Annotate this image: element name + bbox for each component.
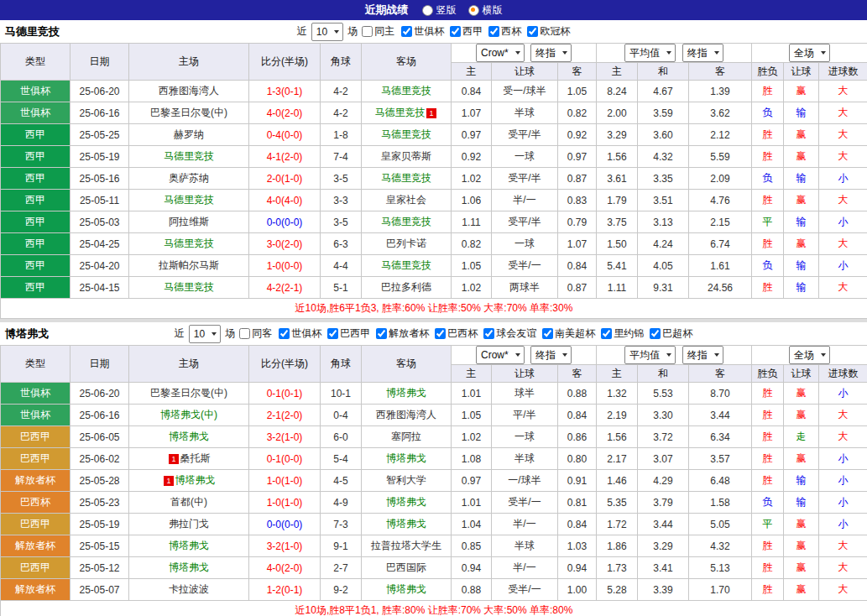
league-filter-checkbox[interactable] [450, 26, 461, 37]
summary-row: 近10场,胜8平1负1, 胜率:80% 让胜率:70% 大率:50% 单率:80… [1, 601, 867, 616]
team-link[interactable]: 博塔弗戈 [386, 518, 426, 530]
team-link[interactable]: 博塔弗戈 [386, 387, 426, 399]
team-link[interactable]: 马德里竞技 [381, 128, 431, 140]
league-filter-checkbox[interactable] [527, 26, 538, 37]
league-filter-checkbox[interactable] [279, 328, 290, 339]
team-link[interactable]: 智利大学 [386, 474, 426, 486]
radio-checked-icon[interactable] [468, 5, 479, 16]
league-filter-checkbox[interactable] [435, 328, 446, 339]
league-filter-checkbox[interactable] [376, 328, 387, 339]
team-link[interactable]: 皇家社会 [386, 194, 426, 206]
goals-result-cell: 小 [819, 211, 867, 233]
league-filter-option[interactable]: 南美超杯 [542, 326, 595, 341]
team-link[interactable]: 马德里竞技 [381, 172, 431, 184]
league-filter-checkbox[interactable] [327, 328, 338, 339]
match-count-select[interactable]: 10 [311, 23, 343, 41]
eu-company-select[interactable]: 平均值 [624, 346, 676, 364]
team-link[interactable]: 拉普拉塔大学生 [371, 540, 441, 551]
team-link[interactable]: 皇家贝蒂斯 [381, 150, 431, 162]
team-link[interactable]: 博塔弗戈 [169, 561, 209, 573]
goals-result-cell: 小 [819, 470, 867, 492]
layout-option[interactable]: 横版 [468, 3, 503, 18]
team-link[interactable]: 博塔弗戈 [175, 474, 216, 486]
handicap-result-cell: 赢 [784, 514, 819, 535]
league-filter-option[interactable]: 欧冠杯 [527, 24, 570, 39]
league-filter-option[interactable]: 里约锦 [601, 326, 644, 341]
league-type-cell: 西甲 [1, 190, 71, 211]
home-team-cell: 马德里竞技 [129, 146, 249, 168]
league-filter-checkbox[interactable] [542, 328, 553, 339]
same-venue-option[interactable]: 同客 [239, 326, 272, 341]
ah-stage-select[interactable]: 终指 [530, 44, 572, 62]
team-link[interactable]: 马德里竞技 [381, 85, 431, 97]
league-filter-checkbox[interactable] [401, 26, 412, 37]
chevron-down-icon [714, 51, 719, 55]
league-filter-option[interactable]: 西杯 [488, 24, 521, 39]
bookmaker-select[interactable]: Crow* [476, 44, 525, 62]
match-count-value: 10 [316, 27, 327, 37]
team-link[interactable]: 马德里竞技 [381, 216, 431, 227]
team-link[interactable]: 首都(中) [170, 496, 207, 508]
league-filter-option[interactable]: 世俱杯 [401, 24, 444, 39]
team-link[interactable]: 博塔弗戈(中) [160, 409, 217, 420]
league-filter-option[interactable]: 巴超杯 [650, 326, 692, 341]
league-filter-checkbox[interactable] [650, 328, 661, 339]
away-team-cell: 马德里竞技 [362, 255, 452, 277]
team-link[interactable]: 博塔弗戈 [386, 583, 426, 595]
layout-option[interactable]: 竖版 [422, 3, 457, 18]
score-text: 4-2(2-1) [267, 282, 303, 294]
team-link[interactable]: 博塔弗戈 [169, 540, 209, 551]
ah-stage-select[interactable]: 终指 [530, 346, 572, 364]
league-filter-option[interactable]: 球会友谊 [483, 326, 536, 341]
recent-results-page: 近期战绩 竖版横版 马德里竞技 近 10 场 同主 世俱杯西甲西杯欧冠杯 [0, 0, 867, 616]
away-team-cell: 马德里竞技1 [362, 102, 452, 124]
eu-company-select[interactable]: 平均值 [624, 44, 676, 62]
home-team-cell: 博塔弗戈 [129, 557, 249, 579]
team-link[interactable]: 塞阿拉 [391, 431, 421, 442]
league-filter-checkbox[interactable] [483, 328, 494, 339]
team-link[interactable]: 拉斯帕尔马斯 [159, 259, 219, 271]
team-link[interactable]: 马德里竞技 [374, 107, 425, 118]
scope-select[interactable]: 全场 [789, 44, 830, 62]
team-link[interactable]: 桑托斯 [180, 452, 211, 464]
team-link[interactable]: 马德里竞技 [164, 150, 214, 162]
team-link[interactable]: 西雅图海湾人 [376, 409, 436, 420]
league-filter-checkbox[interactable] [601, 328, 612, 339]
match-score: 1-2(0-1) [249, 579, 321, 601]
team-link[interactable]: 巴黎圣日尔曼(中) [150, 107, 227, 118]
league-filter-option[interactable]: 巴西杯 [435, 326, 478, 341]
scope-select[interactable]: 全场 [789, 346, 830, 364]
team-link[interactable]: 奥萨苏纳 [169, 172, 209, 184]
match-score: 1-0(0-0) [249, 255, 321, 277]
team-link[interactable]: 博塔弗戈 [386, 452, 426, 464]
team-link[interactable]: 巴列卡诺 [386, 238, 426, 249]
team-link[interactable]: 弗拉门戈 [169, 518, 209, 530]
eu-stage-select[interactable]: 终指 [682, 346, 723, 364]
eu-stage-select-value: 终指 [687, 350, 708, 360]
radio-unchecked-icon[interactable] [422, 5, 433, 16]
eu-stage-select[interactable]: 终指 [682, 44, 723, 62]
team-link[interactable]: 巴拉多利德 [381, 281, 431, 293]
team-link[interactable]: 巴西国际 [386, 561, 426, 573]
team-link[interactable]: 马德里竞技 [381, 259, 431, 271]
team-link[interactable]: 巴黎圣日尔曼(中) [150, 387, 227, 399]
team-link[interactable]: 博塔弗戈 [386, 496, 426, 508]
team-link[interactable]: 马德里竞技 [164, 194, 214, 206]
league-filter-option[interactable]: 解放者杯 [376, 326, 429, 341]
league-filter-option[interactable]: 巴西甲 [327, 326, 370, 341]
team-link[interactable]: 博塔弗戈 [169, 431, 209, 442]
league-filter-checkbox[interactable] [488, 26, 499, 37]
team-link[interactable]: 马德里竞技 [164, 238, 214, 249]
team-link[interactable]: 阿拉维斯 [169, 216, 209, 227]
match-count-select[interactable]: 10 [189, 325, 221, 343]
same-venue-checkbox[interactable] [239, 328, 250, 339]
team-link[interactable]: 卡拉波波 [169, 583, 209, 595]
same-venue-option[interactable]: 同主 [362, 24, 394, 39]
team-link[interactable]: 西雅图海湾人 [159, 85, 219, 97]
same-venue-checkbox[interactable] [362, 26, 373, 37]
team-link[interactable]: 马德里竞技 [164, 281, 214, 293]
team-link[interactable]: 赫罗纳 [174, 128, 204, 140]
league-filter-option[interactable]: 西甲 [450, 24, 483, 39]
bookmaker-select[interactable]: Crow* [476, 346, 525, 364]
league-filter-option[interactable]: 世俱杯 [279, 326, 321, 341]
